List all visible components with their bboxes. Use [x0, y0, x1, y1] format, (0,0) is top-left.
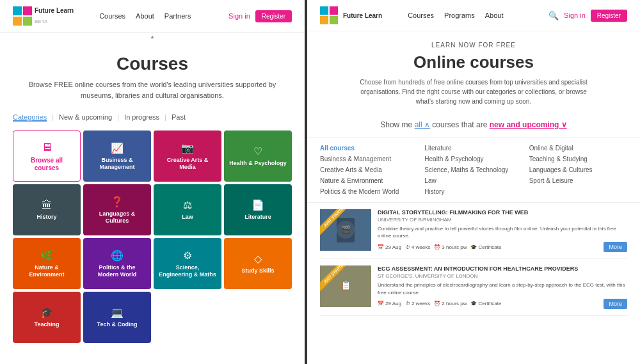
- cat-literature[interactable]: Literature: [424, 143, 522, 154]
- svg-rect-6: [320, 16, 328, 24]
- course-meta-2: 📅 29 Aug ⏱ 2 weeks ⏰ 2 hours pw 🎓 Certif…: [378, 299, 627, 309]
- cat-card-health[interactable]: ♡ Health & Psychology: [224, 131, 292, 182]
- svg-rect-7: [330, 16, 338, 24]
- course-meta-1: 📅 29 Aug ⏱ 4 weeks ⏰ 3 hours pw 🎓 Certif…: [378, 242, 627, 252]
- left-hero: Courses Browse FREE online courses from …: [0, 41, 305, 107]
- right-nav-auth: 🔍 Sign in Register: [548, 10, 627, 22]
- calendar-icon-1: 📅: [378, 244, 384, 250]
- search-icon[interactable]: 🔍: [548, 11, 559, 20]
- svg-text:🎬: 🎬: [341, 225, 351, 234]
- right-nav-links: Courses Programs About: [408, 12, 503, 19]
- cat-card-creative[interactable]: 📷 Creative Arts & Media: [154, 131, 221, 182]
- cat-card-browse[interactable]: 🖥 Browse all courses: [13, 131, 81, 182]
- cat-business[interactable]: Business & Management: [320, 154, 418, 164]
- course-desc-2: Understand the principles of electrocard…: [378, 281, 627, 296]
- left-navbar: Future Learn BETA Courses About Partners…: [0, 0, 305, 33]
- politics-icon: 🌐: [111, 249, 124, 262]
- calendar-icon-2: 📅: [378, 301, 384, 306]
- filter-new-upcoming[interactable]: New & upcoming: [59, 113, 112, 122]
- cat-creative[interactable]: Creative Arts & Media: [320, 164, 418, 175]
- cat-politics[interactable]: Politics & the Modern World: [320, 186, 418, 197]
- cat-law[interactable]: Law: [424, 175, 522, 186]
- left-nav-courses[interactable]: Courses: [99, 12, 125, 20]
- left-nav-partners[interactable]: Partners: [164, 12, 191, 20]
- course-date-2: 📅 29 Aug: [378, 301, 401, 306]
- law-icon: ⚖: [183, 199, 192, 211]
- right-navbar: Future Learn Courses Programs About 🔍 Si…: [307, 0, 640, 31]
- creative-icon: 📷: [181, 142, 194, 154]
- cat-card-languages[interactable]: ❓ Languages & Cultures: [83, 184, 151, 235]
- right-logo-icon: [320, 6, 338, 24]
- cat-sport[interactable]: Sport & Leisure: [529, 175, 627, 186]
- clock-icon-2: ⏱: [405, 301, 410, 306]
- cat-card-science[interactable]: ⚙ Science, Engineering & Maths: [154, 238, 221, 289]
- cat-card-tech[interactable]: 💻 Tech & Coding: [83, 292, 151, 343]
- svg-rect-0: [13, 6, 22, 15]
- left-nav-auth: Sign in Register: [228, 10, 292, 22]
- course-thumb-2: JUST STARTED 📋: [320, 265, 371, 307]
- course-date-1: 📅 29 Aug: [378, 244, 401, 250]
- right-categories-list: All courses Business & Management Creati…: [307, 137, 640, 203]
- right-panel: Future Learn Courses Programs About 🔍 Si…: [307, 0, 640, 364]
- cat-card-politics[interactable]: 🌐 Politics & the Modern World: [83, 238, 151, 289]
- svg-text:📋: 📋: [340, 280, 352, 291]
- cat-card-nature[interactable]: 🌿 Nature & Environment: [13, 238, 81, 289]
- cat-label-nature: Nature & Environment: [18, 264, 76, 278]
- svg-rect-3: [23, 17, 32, 26]
- cat-col-3: Online & Digital Teaching & Studying Lan…: [529, 143, 627, 197]
- left-filters: Categories | New & upcoming | In progres…: [0, 107, 305, 128]
- left-register-button[interactable]: Register: [255, 10, 292, 22]
- cert-icon-2: 🎓: [470, 301, 477, 306]
- right-hero-desc: Choose from hundreds of free online cour…: [352, 77, 595, 106]
- cat-label-tech: Tech & Coding: [97, 321, 138, 328]
- tech-icon: 💻: [111, 306, 124, 319]
- course-cert-1: 🎓 Certificate: [470, 244, 501, 250]
- right-nav-courses[interactable]: Courses: [408, 12, 434, 19]
- left-nav-about[interactable]: About: [136, 12, 154, 20]
- languages-icon: ❓: [111, 196, 124, 208]
- course-duration-1: ⏱ 4 weeks: [405, 244, 430, 250]
- cat-teaching[interactable]: Teaching & Studying: [529, 154, 627, 164]
- left-signin-link[interactable]: Sign in: [228, 12, 250, 20]
- left-logo-icon: [13, 6, 32, 26]
- cat-card-history[interactable]: 🏛 History: [13, 184, 81, 235]
- right-hero: LEARN NOW FOR FREE Online courses Choose…: [307, 31, 640, 113]
- course-hours-2: ⏰ 2 hours pw: [434, 301, 467, 306]
- cat-health[interactable]: Health & Psychology: [424, 154, 522, 164]
- cat-label-literature: Literature: [244, 214, 271, 221]
- cat-languages[interactable]: Languages & Cultures: [529, 164, 627, 175]
- cat-science[interactable]: Science, Maths & Technology: [424, 164, 522, 175]
- cat-label-science: Science, Engineering & Maths: [159, 264, 216, 278]
- study-icon: ◇: [254, 253, 262, 265]
- learn-free-label: LEARN NOW FOR FREE: [333, 42, 614, 49]
- filter-all-link[interactable]: all ∧: [415, 120, 430, 129]
- cat-label-history: History: [36, 214, 56, 221]
- left-nav-links: Courses About Partners: [99, 12, 191, 20]
- course-info-2: ECG ASSESSMENT: AN INTRODUCTION FOR HEAL…: [378, 265, 627, 308]
- right-nav-about[interactable]: About: [485, 12, 504, 19]
- course-duration-2: ⏱ 2 weeks: [405, 301, 430, 306]
- course-desc-1: Combine theory and practice to tell powe…: [378, 225, 627, 239]
- course-more-btn-1[interactable]: More: [604, 242, 627, 252]
- cat-card-literature[interactable]: 📄 Literature: [224, 184, 292, 235]
- cat-card-law[interactable]: ⚖ Law: [154, 184, 221, 235]
- course-thumb-1: JUST STARTED 🎬: [320, 209, 371, 251]
- cat-all-courses[interactable]: All courses: [320, 143, 418, 154]
- cat-card-study[interactable]: ◇ Study Skills: [224, 238, 292, 289]
- course-hours-1: ⏰ 3 hours pw: [434, 244, 467, 250]
- filter-categories[interactable]: Categories: [13, 113, 47, 122]
- right-register-button[interactable]: Register: [591, 10, 627, 22]
- cat-label-browse: Browse all courses: [19, 157, 75, 172]
- cert-icon-1: 🎓: [470, 244, 477, 250]
- cat-online[interactable]: Online & Digital: [529, 143, 627, 154]
- filter-past[interactable]: Past: [172, 113, 186, 122]
- right-nav-programs[interactable]: Programs: [444, 12, 475, 19]
- cat-card-business[interactable]: 📈 Business & Management: [83, 131, 151, 182]
- cat-history[interactable]: History: [424, 186, 522, 197]
- right-signin-link[interactable]: Sign in: [564, 12, 586, 19]
- filter-in-progress[interactable]: In progress: [124, 113, 159, 122]
- cat-card-teaching[interactable]: 🎓 Teaching: [13, 292, 81, 343]
- filter-new-link[interactable]: new and upcoming ∨: [490, 120, 567, 129]
- cat-nature[interactable]: Nature & Environment: [320, 175, 418, 186]
- course-more-btn-2[interactable]: More: [604, 299, 627, 309]
